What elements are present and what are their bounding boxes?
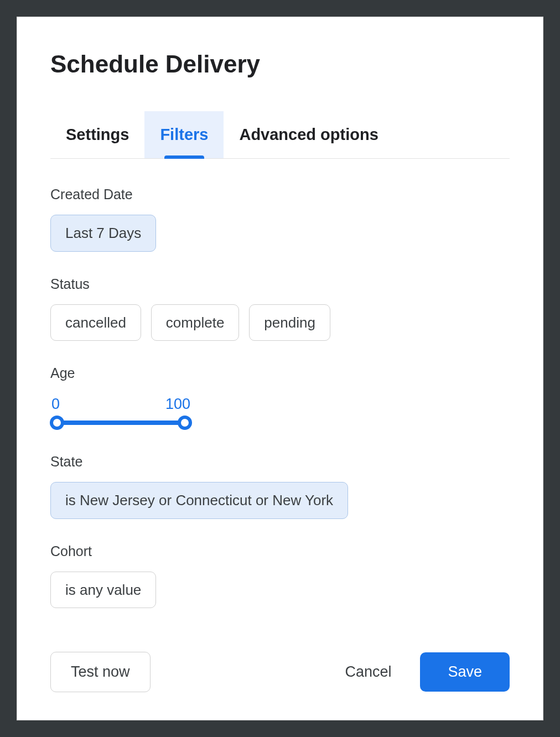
age-range-slider[interactable]: 0 100: [50, 393, 191, 429]
chip-row: Last 7 Days: [50, 215, 510, 252]
filter-state: State is New Jersey or Connecticut or Ne…: [50, 454, 510, 519]
slider-value-labels: 0 100: [50, 396, 191, 413]
filter-cohort: Cohort is any value: [50, 543, 510, 609]
filter-age: Age 0 100: [50, 365, 510, 429]
schedule-delivery-dialog: Schedule Delivery Settings Filters Advan…: [17, 17, 543, 720]
chip-status-cancelled[interactable]: cancelled: [50, 304, 141, 341]
filter-label-created-date: Created Date: [50, 186, 510, 203]
slider-handle-max[interactable]: [178, 416, 192, 430]
dialog-footer: Test now Cancel Save: [50, 652, 510, 692]
chip-row: is any value: [50, 572, 510, 609]
chip-state-nj-ct-ny[interactable]: is New Jersey or Connecticut or New York: [50, 482, 348, 519]
chip-cohort-any-value[interactable]: is any value: [50, 572, 156, 609]
chip-row: is New Jersey or Connecticut or New York: [50, 482, 510, 519]
age-max-value: 100: [165, 396, 190, 413]
filter-created-date: Created Date Last 7 Days: [50, 186, 510, 252]
tab-filters[interactable]: Filters: [144, 111, 224, 158]
filter-label-status: Status: [50, 276, 510, 292]
filter-label-age: Age: [50, 365, 510, 381]
tabs: Settings Filters Advanced options: [50, 111, 510, 159]
age-min-value: 0: [51, 396, 60, 413]
filter-label-state: State: [50, 454, 510, 470]
dialog-title: Schedule Delivery: [50, 50, 510, 78]
chip-created-date-last-7-days[interactable]: Last 7 Days: [50, 215, 156, 252]
save-button[interactable]: Save: [420, 652, 510, 692]
chip-status-complete[interactable]: complete: [151, 304, 240, 341]
slider-handle-min[interactable]: [50, 416, 64, 430]
filters-panel: Created Date Last 7 Days Status cancelle…: [50, 186, 510, 641]
cancel-button[interactable]: Cancel: [339, 652, 397, 692]
chip-status-pending[interactable]: pending: [249, 304, 330, 341]
tab-settings[interactable]: Settings: [50, 111, 144, 158]
filter-label-cohort: Cohort: [50, 543, 510, 559]
filter-status: Status cancelled complete pending: [50, 276, 510, 341]
test-now-button[interactable]: Test now: [50, 652, 151, 692]
chip-row: cancelled complete pending: [50, 304, 510, 341]
tab-advanced-options[interactable]: Advanced options: [224, 111, 393, 158]
slider-track: [50, 416, 191, 429]
slider-rail: [57, 421, 185, 425]
